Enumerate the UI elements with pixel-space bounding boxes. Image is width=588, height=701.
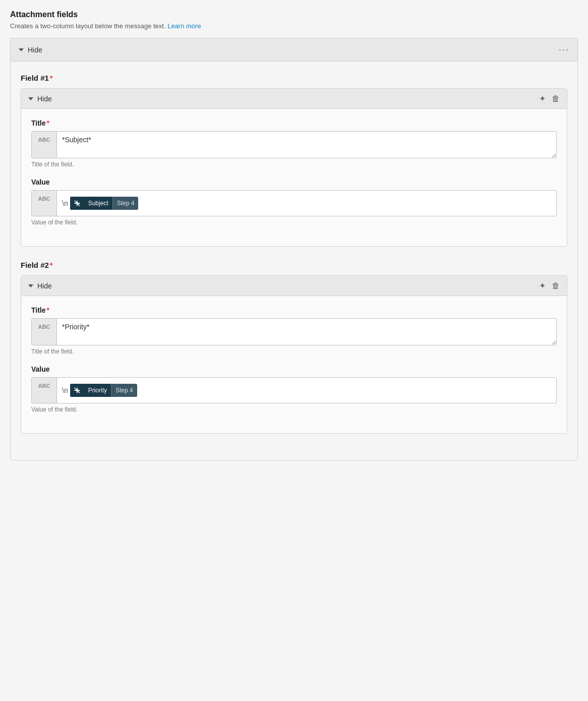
outer-panel-actions: ··· [559,44,569,55]
field-2-hide-label: Hide [37,282,52,290]
field-1-title-label: Title* [31,119,557,127]
field-2-value-group: Value ABC \n [31,365,557,413]
delete-icon[interactable]: 🗑 [552,94,560,103]
page-subtitle: Creates a two-column layout below the me… [10,22,578,30]
field-2-body: Title* ABC *Priority* Title of the field… [21,296,567,433]
field-2-value-content: \n [57,378,556,403]
field-2-title-input[interactable]: *Priority* [57,319,556,345]
field-1-token-badge[interactable]: Subject Step 4 [70,197,139,210]
field-1-value-help: Value of the field. [31,219,557,226]
field-1-value-prefix: ABC [32,191,57,216]
field-1-title-help: Title of the field. [31,161,557,168]
chevron-down-icon [19,48,24,51]
field-2-value-text: \n [62,386,68,394]
outer-panel-hide-label: Hide [28,46,42,54]
title-required-2: * [47,306,49,314]
field-2-header-actions: ✦ 🗑 [539,281,560,290]
field-2-label: Field #2* [21,261,567,269]
field-2-title-label: Title* [31,306,557,314]
field-1-value-text: \n [62,199,68,207]
field-1-section: Field #1* Hide ✦ 🗑 [21,74,567,247]
outer-panel-collapse[interactable]: Hide [19,46,42,54]
field-2-value-input-wrapper[interactable]: ABC \n [31,377,557,403]
field-1-token-step: Step 4 [112,197,139,210]
field-1-value-group: Value ABC \n [31,178,557,226]
field-2-collapse[interactable]: Hide [28,282,52,290]
field-2-chevron-icon [28,284,33,287]
field-2-title-help: Title of the field. [31,348,557,355]
field-1-body: Title* ABC *Subject* Title of the field.… [21,109,567,246]
field-2-title-input-wrapper: ABC *Priority* [31,318,557,345]
field-2-title-prefix: ABC [32,319,57,345]
field-1-label: Field #1* [21,74,567,82]
field-1-hide-label: Hide [37,95,52,103]
dots-menu-icon[interactable]: ··· [559,44,569,55]
field-2-title-group: Title* ABC *Priority* Title of the field… [31,306,557,355]
field-1-chevron-icon [28,97,33,100]
field-2-token-icon [70,384,84,397]
title-required: * [47,119,49,127]
learn-more-link[interactable]: Learn more [167,22,201,30]
field-1-panel-header[interactable]: Hide ✦ 🗑 [21,89,567,109]
field-2-token-badge[interactable]: Priority Step 4 [70,384,137,397]
field-2-token-step: Step 4 [111,384,137,397]
field-1-title-prefix: ABC [32,132,57,158]
field-1-value-label: Value [31,178,557,186]
field-2-token-label: Priority [84,387,111,394]
field-1-panel: Hide ✦ 🗑 Title* ABC [21,88,567,247]
required-star-2: * [50,261,53,269]
field-1-token-label: Subject [84,200,112,207]
page-title: Attachment fields [10,10,578,19]
field-1-collapse[interactable]: Hide [28,95,52,103]
field-2-value-label: Value [31,365,557,373]
field-2-delete-icon[interactable]: 🗑 [552,281,560,290]
outer-panel-body: Field #1* Hide ✦ 🗑 [11,62,577,460]
move-icon[interactable]: ✦ [539,94,546,103]
outer-panel-header[interactable]: Hide ··· [11,38,577,62]
field-2-move-icon[interactable]: ✦ [539,281,546,290]
outer-panel: Hide ··· Field #1* Hide ✦ 🗑 [10,38,578,460]
field-1-title-group: Title* ABC *Subject* Title of the field. [31,119,557,168]
required-star: * [50,74,53,82]
field-2-value-help: Value of the field. [31,406,557,413]
field-2-section: Field #2* Hide ✦ 🗑 [21,261,567,434]
field-1-value-input-wrapper[interactable]: ABC \n [31,190,557,216]
field-1-header-actions: ✦ 🗑 [539,94,560,103]
field-1-title-input-wrapper: ABC *Subject* [31,131,557,158]
field-2-panel-header[interactable]: Hide ✦ 🗑 [21,276,567,296]
field-1-value-content: \n [57,191,556,216]
field-2-panel: Hide ✦ 🗑 Title* ABC [21,275,567,434]
field-1-title-input[interactable]: *Subject* [57,132,556,158]
field-2-value-prefix: ABC [32,378,57,403]
token-icon [70,197,84,210]
